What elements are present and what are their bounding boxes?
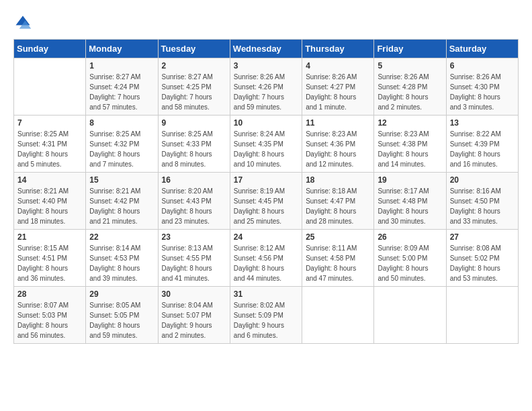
day-info: Sunrise: 8:21 AM Sunset: 4:42 PM Dayligh… bbox=[89, 186, 154, 226]
page-header bbox=[13, 13, 519, 32]
header-cell-saturday: Saturday bbox=[446, 40, 518, 58]
calendar-table: SundayMondayTuesdayWednesdayThursdayFrid… bbox=[13, 39, 519, 344]
day-info: Sunrise: 8:26 AM Sunset: 4:26 PM Dayligh… bbox=[234, 72, 298, 112]
day-cell bbox=[446, 287, 518, 344]
day-number: 1 bbox=[89, 61, 154, 71]
day-cell: 23Sunrise: 8:13 AM Sunset: 4:55 PM Dayli… bbox=[158, 230, 230, 287]
day-cell: 27Sunrise: 8:08 AM Sunset: 5:02 PM Dayli… bbox=[446, 230, 518, 287]
day-info: Sunrise: 8:15 AM Sunset: 4:51 PM Dayligh… bbox=[17, 243, 82, 283]
header-cell-thursday: Thursday bbox=[302, 40, 374, 58]
day-cell: 1Sunrise: 8:27 AM Sunset: 4:24 PM Daylig… bbox=[86, 58, 158, 116]
day-info: Sunrise: 8:26 AM Sunset: 4:30 PM Dayligh… bbox=[450, 72, 515, 112]
header-cell-sunday: Sunday bbox=[14, 40, 86, 58]
day-number: 3 bbox=[234, 61, 298, 71]
day-cell: 30Sunrise: 8:04 AM Sunset: 5:07 PM Dayli… bbox=[158, 287, 230, 344]
day-info: Sunrise: 8:09 AM Sunset: 5:00 PM Dayligh… bbox=[378, 243, 442, 283]
day-cell: 31Sunrise: 8:02 AM Sunset: 5:09 PM Dayli… bbox=[230, 287, 302, 344]
day-info: Sunrise: 8:23 AM Sunset: 4:38 PM Dayligh… bbox=[378, 129, 442, 169]
day-cell: 26Sunrise: 8:09 AM Sunset: 5:00 PM Dayli… bbox=[374, 230, 446, 287]
day-cell bbox=[374, 287, 446, 344]
header-cell-tuesday: Tuesday bbox=[158, 40, 230, 58]
logo-icon bbox=[13, 13, 32, 32]
header-cell-monday: Monday bbox=[86, 40, 158, 58]
day-number: 8 bbox=[89, 118, 154, 128]
day-cell: 15Sunrise: 8:21 AM Sunset: 4:42 PM Dayli… bbox=[86, 173, 158, 230]
day-info: Sunrise: 8:26 AM Sunset: 4:28 PM Dayligh… bbox=[378, 72, 442, 112]
week-row-3: 21Sunrise: 8:15 AM Sunset: 4:51 PM Dayli… bbox=[14, 230, 519, 287]
day-info: Sunrise: 8:27 AM Sunset: 4:24 PM Dayligh… bbox=[89, 72, 154, 112]
day-cell: 20Sunrise: 8:16 AM Sunset: 4:50 PM Dayli… bbox=[446, 173, 518, 230]
day-info: Sunrise: 8:08 AM Sunset: 5:02 PM Dayligh… bbox=[450, 243, 515, 283]
day-number: 6 bbox=[450, 61, 515, 71]
calendar-body: 1Sunrise: 8:27 AM Sunset: 4:24 PM Daylig… bbox=[14, 58, 519, 344]
header-row: SundayMondayTuesdayWednesdayThursdayFrid… bbox=[14, 40, 519, 58]
day-info: Sunrise: 8:24 AM Sunset: 4:35 PM Dayligh… bbox=[234, 129, 298, 169]
day-cell: 29Sunrise: 8:05 AM Sunset: 5:05 PM Dayli… bbox=[86, 287, 158, 344]
day-number: 15 bbox=[89, 175, 154, 185]
header-cell-wednesday: Wednesday bbox=[230, 40, 302, 58]
day-info: Sunrise: 8:18 AM Sunset: 4:47 PM Dayligh… bbox=[306, 186, 370, 226]
day-cell: 17Sunrise: 8:19 AM Sunset: 4:45 PM Dayli… bbox=[230, 173, 302, 230]
day-info: Sunrise: 8:21 AM Sunset: 4:40 PM Dayligh… bbox=[17, 186, 82, 226]
day-info: Sunrise: 8:04 AM Sunset: 5:07 PM Dayligh… bbox=[162, 300, 226, 340]
day-info: Sunrise: 8:16 AM Sunset: 4:50 PM Dayligh… bbox=[450, 186, 515, 226]
day-info: Sunrise: 8:27 AM Sunset: 4:25 PM Dayligh… bbox=[162, 72, 226, 112]
day-number: 31 bbox=[234, 289, 298, 299]
logo bbox=[13, 13, 35, 32]
day-cell bbox=[14, 58, 86, 116]
day-info: Sunrise: 8:12 AM Sunset: 4:56 PM Dayligh… bbox=[234, 243, 298, 283]
day-number: 21 bbox=[17, 232, 82, 242]
day-number: 7 bbox=[17, 118, 82, 128]
day-number: 25 bbox=[306, 232, 370, 242]
day-number: 14 bbox=[17, 175, 82, 185]
day-cell: 2Sunrise: 8:27 AM Sunset: 4:25 PM Daylig… bbox=[158, 58, 230, 116]
day-info: Sunrise: 8:23 AM Sunset: 4:36 PM Dayligh… bbox=[306, 129, 370, 169]
day-cell: 9Sunrise: 8:25 AM Sunset: 4:33 PM Daylig… bbox=[158, 116, 230, 173]
day-number: 5 bbox=[378, 61, 442, 71]
day-cell: 28Sunrise: 8:07 AM Sunset: 5:03 PM Dayli… bbox=[14, 287, 86, 344]
day-cell: 4Sunrise: 8:26 AM Sunset: 4:27 PM Daylig… bbox=[302, 58, 374, 116]
day-cell: 6Sunrise: 8:26 AM Sunset: 4:30 PM Daylig… bbox=[446, 58, 518, 116]
day-number: 26 bbox=[378, 232, 442, 242]
day-number: 28 bbox=[17, 289, 82, 299]
day-info: Sunrise: 8:11 AM Sunset: 4:58 PM Dayligh… bbox=[306, 243, 370, 283]
day-number: 27 bbox=[450, 232, 515, 242]
day-cell: 8Sunrise: 8:25 AM Sunset: 4:32 PM Daylig… bbox=[86, 116, 158, 173]
day-cell: 14Sunrise: 8:21 AM Sunset: 4:40 PM Dayli… bbox=[14, 173, 86, 230]
day-cell: 13Sunrise: 8:22 AM Sunset: 4:39 PM Dayli… bbox=[446, 116, 518, 173]
day-cell: 5Sunrise: 8:26 AM Sunset: 4:28 PM Daylig… bbox=[374, 58, 446, 116]
day-info: Sunrise: 8:25 AM Sunset: 4:31 PM Dayligh… bbox=[17, 129, 82, 169]
day-info: Sunrise: 8:26 AM Sunset: 4:27 PM Dayligh… bbox=[306, 72, 370, 112]
day-info: Sunrise: 8:05 AM Sunset: 5:05 PM Dayligh… bbox=[89, 300, 154, 340]
day-number: 13 bbox=[450, 118, 515, 128]
day-number: 17 bbox=[234, 175, 298, 185]
day-cell: 24Sunrise: 8:12 AM Sunset: 4:56 PM Dayli… bbox=[230, 230, 302, 287]
day-info: Sunrise: 8:17 AM Sunset: 4:48 PM Dayligh… bbox=[378, 186, 442, 226]
day-number: 24 bbox=[234, 232, 298, 242]
day-cell: 12Sunrise: 8:23 AM Sunset: 4:38 PM Dayli… bbox=[374, 116, 446, 173]
day-info: Sunrise: 8:22 AM Sunset: 4:39 PM Dayligh… bbox=[450, 129, 515, 169]
day-cell: 7Sunrise: 8:25 AM Sunset: 4:31 PM Daylig… bbox=[14, 116, 86, 173]
week-row-1: 7Sunrise: 8:25 AM Sunset: 4:31 PM Daylig… bbox=[14, 116, 519, 173]
day-cell: 11Sunrise: 8:23 AM Sunset: 4:36 PM Dayli… bbox=[302, 116, 374, 173]
day-info: Sunrise: 8:25 AM Sunset: 4:32 PM Dayligh… bbox=[89, 129, 154, 169]
day-cell: 3Sunrise: 8:26 AM Sunset: 4:26 PM Daylig… bbox=[230, 58, 302, 116]
day-number: 22 bbox=[89, 232, 154, 242]
day-cell bbox=[302, 287, 374, 344]
day-number: 23 bbox=[162, 232, 226, 242]
week-row-4: 28Sunrise: 8:07 AM Sunset: 5:03 PM Dayli… bbox=[14, 287, 519, 344]
day-number: 16 bbox=[162, 175, 226, 185]
day-number: 19 bbox=[378, 175, 442, 185]
day-info: Sunrise: 8:25 AM Sunset: 4:33 PM Dayligh… bbox=[162, 129, 226, 169]
day-info: Sunrise: 8:13 AM Sunset: 4:55 PM Dayligh… bbox=[162, 243, 226, 283]
day-info: Sunrise: 8:20 AM Sunset: 4:43 PM Dayligh… bbox=[162, 186, 226, 226]
week-row-0: 1Sunrise: 8:27 AM Sunset: 4:24 PM Daylig… bbox=[14, 58, 519, 116]
day-info: Sunrise: 8:07 AM Sunset: 5:03 PM Dayligh… bbox=[17, 300, 82, 340]
calendar-header: SundayMondayTuesdayWednesdayThursdayFrid… bbox=[14, 40, 519, 58]
day-info: Sunrise: 8:19 AM Sunset: 4:45 PM Dayligh… bbox=[234, 186, 298, 226]
day-number: 20 bbox=[450, 175, 515, 185]
day-cell: 22Sunrise: 8:14 AM Sunset: 4:53 PM Dayli… bbox=[86, 230, 158, 287]
day-cell: 19Sunrise: 8:17 AM Sunset: 4:48 PM Dayli… bbox=[374, 173, 446, 230]
week-row-2: 14Sunrise: 8:21 AM Sunset: 4:40 PM Dayli… bbox=[14, 173, 519, 230]
day-number: 9 bbox=[162, 118, 226, 128]
